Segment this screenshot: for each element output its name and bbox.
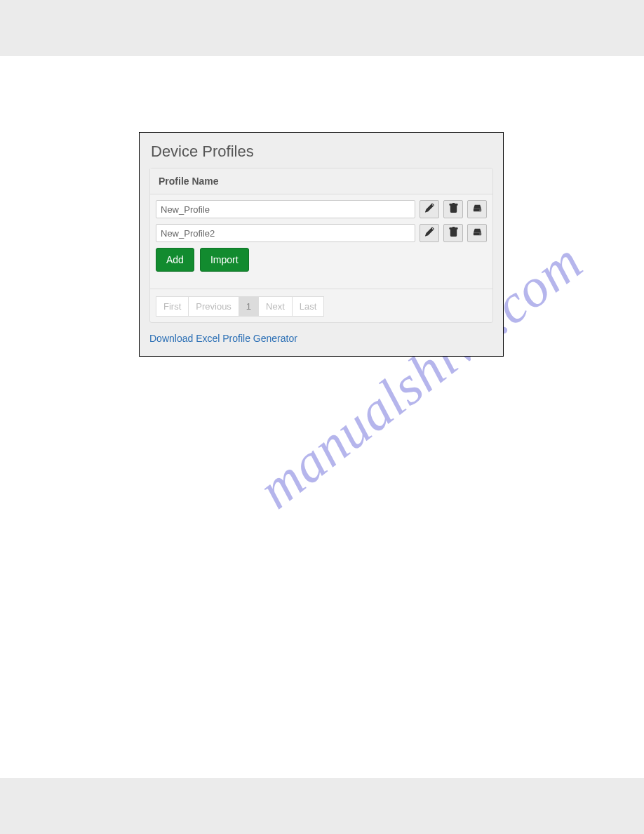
svg-point-3 xyxy=(479,233,481,234)
pencil-icon xyxy=(424,203,435,216)
trash-icon xyxy=(448,203,459,216)
edit-button[interactable] xyxy=(420,224,439,242)
column-header-profile-name: Profile Name xyxy=(150,168,492,194)
page-next-button[interactable]: Next xyxy=(258,296,293,317)
profiles-table: Profile Name xyxy=(149,168,493,323)
download-excel-link[interactable]: Download Excel Profile Generator xyxy=(149,333,297,344)
pagination: First Previous 1 Next Last xyxy=(150,289,492,322)
profile-name-input[interactable] xyxy=(156,224,415,242)
page-last-button[interactable]: Last xyxy=(292,296,325,317)
add-button[interactable]: Add xyxy=(156,248,194,272)
edit-button[interactable] xyxy=(420,200,439,218)
export-button[interactable] xyxy=(467,200,487,218)
panel-title: Device Profiles xyxy=(149,140,493,168)
bottom-band xyxy=(0,778,644,834)
drive-icon xyxy=(472,203,483,216)
top-band xyxy=(0,0,644,56)
drive-icon xyxy=(472,227,483,240)
delete-button[interactable] xyxy=(443,224,463,242)
page-first-button[interactable]: First xyxy=(156,296,189,317)
delete-button[interactable] xyxy=(443,200,463,218)
trash-icon xyxy=(448,227,459,240)
page-previous-button[interactable]: Previous xyxy=(188,296,239,317)
page-1-button[interactable]: 1 xyxy=(239,296,259,317)
table-body: Add Import xyxy=(150,194,492,279)
device-profiles-panel: Device Profiles Profile Name xyxy=(139,132,504,357)
pencil-icon xyxy=(424,227,435,240)
table-row xyxy=(156,200,487,218)
action-row: Add Import xyxy=(156,248,487,272)
import-button[interactable]: Import xyxy=(200,248,249,272)
svg-point-1 xyxy=(479,209,481,211)
export-button[interactable] xyxy=(467,224,487,242)
profile-name-input[interactable] xyxy=(156,200,415,218)
table-row xyxy=(156,224,487,242)
